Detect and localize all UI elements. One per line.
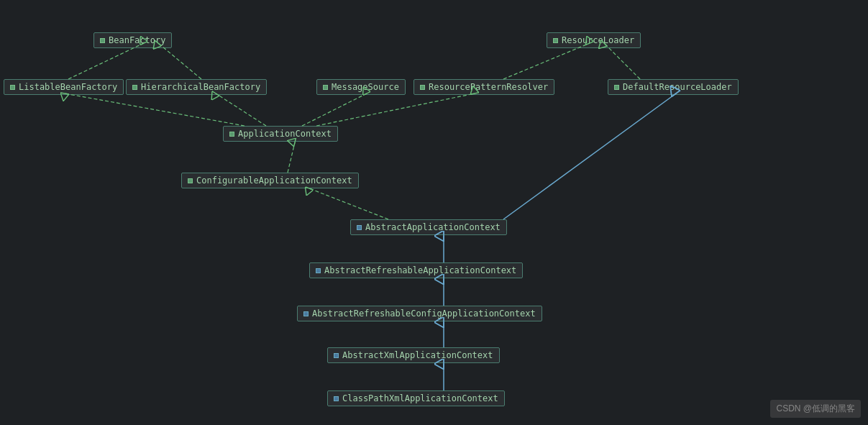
node-beanfactory: BeanFactory [93,32,172,48]
svg-line-9 [302,93,367,126]
node-dot [229,132,234,137]
svg-line-11 [288,142,295,173]
node-label: HierarchicalBeanFactory [141,82,260,92]
svg-line-13 [503,93,676,219]
node-hierarchicalbeanfactory: HierarchicalBeanFactory [126,79,267,95]
node-label: MessageSource [332,82,399,92]
node-label: BeanFactory [109,35,165,45]
node-dot [334,353,339,358]
node-label: ResourcePatternResolver [429,82,548,92]
node-listablebeanfactory: ListableBeanFactory [4,79,124,95]
node-dot [100,38,105,43]
svg-line-4 [158,43,201,79]
node-label: ApplicationContext [238,129,332,139]
node-abstractxmlapplicationcontext: AbstractXmlApplicationContext [327,347,500,363]
node-resourcepatternresolver: ResourcePatternResolver [414,79,554,95]
node-dot [10,85,15,90]
svg-line-12 [309,188,388,219]
node-dot [614,85,619,90]
node-dot [357,225,362,230]
node-label: AbstractRefreshableApplicationContext [324,265,516,275]
node-dot [553,38,558,43]
node-dot [303,311,309,316]
node-dot [188,178,193,183]
node-label: DefaultResourceLoader [623,82,732,92]
node-dot [323,85,328,90]
node-applicationcontext: ApplicationContext [223,126,338,142]
node-label: AbstractRefreshableConfigApplicationCont… [312,309,536,319]
node-abstractrefreshableapplicationcontext: AbstractRefreshableApplicationContext [309,262,523,278]
watermark: CSDN @低调的黑客 [770,400,861,418]
svg-line-5 [604,43,640,79]
node-label: ConfigurableApplicationContext [196,175,352,186]
svg-line-10 [316,93,475,126]
node-dot [316,268,321,273]
node-label: ResourceLoader [562,35,634,45]
svg-line-3 [68,43,144,79]
node-resourceloader: ResourceLoader [547,32,641,48]
node-defaultresourceloader: DefaultResourceLoader [608,79,739,95]
node-label: AbstractApplicationContext [365,222,501,232]
diagram-container: BeanFactory ResourceLoader ListableBeanF… [0,0,868,425]
node-abstractrefreshableconfigapplicationcontext: AbstractRefreshableConfigApplicationCont… [297,306,542,321]
node-classpathxmlapplicationcontext: ClassPathXmlApplicationContext [327,390,505,406]
node-abstractapplicationcontext: AbstractApplicationContext [350,219,507,235]
svg-line-8 [216,93,266,126]
svg-line-6 [503,43,590,79]
node-label: ClassPathXmlApplicationContext [342,393,498,403]
svg-line-7 [65,93,245,126]
node-messagesource: MessageSource [316,79,406,95]
node-dot [420,85,425,90]
node-label: ListableBeanFactory [19,82,117,92]
node-configurableapplicationcontext: ConfigurableApplicationContext [181,173,359,188]
node-label: AbstractXmlApplicationContext [342,350,493,360]
node-dot [132,85,137,90]
node-dot [334,396,339,401]
